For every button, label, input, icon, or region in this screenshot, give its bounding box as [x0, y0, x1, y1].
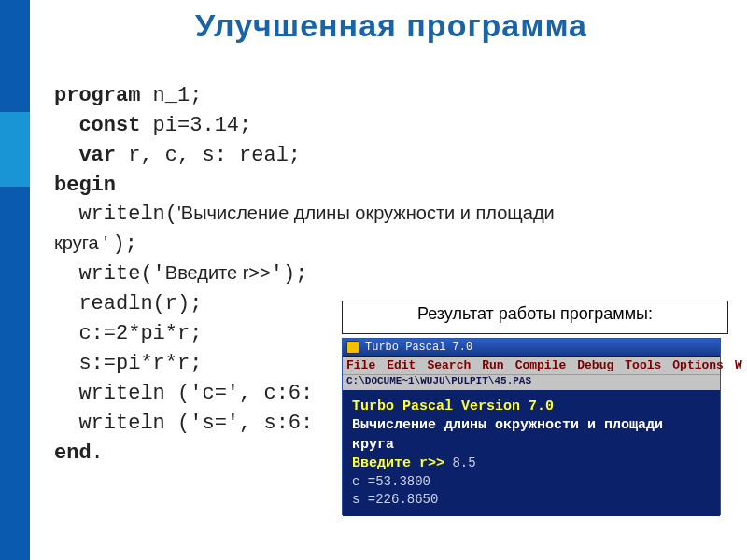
code-text: write(' [78, 262, 164, 286]
app-icon [346, 341, 359, 354]
code-text: '); [271, 262, 308, 286]
code-text: writeln ('c=', c:6: [78, 382, 313, 405]
menu-tools[interactable]: Tools [625, 358, 661, 372]
menu-file[interactable]: File [346, 358, 375, 372]
tp-titlebar: Turbo Pascal 7.0 [343, 339, 720, 357]
tp-output-body: Turbo Pascal Version 7.0 Вычисление длин… [343, 390, 720, 516]
code-text: readln(r); [78, 292, 202, 315]
kw-program: program [54, 84, 140, 107]
code-text: c:=2*pi*r; [78, 322, 202, 345]
code-text: n_1; [140, 84, 202, 107]
string-literal: круга ' [54, 232, 113, 253]
turbo-pascal-window: Turbo Pascal 7.0 File Edit Search Run Co… [342, 338, 721, 515]
code-text: ); [113, 232, 137, 256]
kw-end: end [54, 441, 92, 465]
kw-begin: begin [54, 174, 116, 197]
code-text: . [92, 441, 104, 465]
menu-options[interactable]: Options [672, 358, 724, 372]
string-literal: Введите r>> [165, 262, 271, 283]
code-text: writeln( [78, 203, 177, 226]
tp-file-path: C:\DOCUME~1\WUJU\PULPIT\45.PAS [343, 374, 720, 390]
code-text: s:=pi*r*r; [78, 352, 202, 375]
tp-output-line: s =226.8650 [352, 492, 438, 507]
tp-output-prompt: Введите r>> [352, 455, 444, 471]
string-literal: 'Вычисление длины окружности и площади [177, 203, 555, 223]
kw-var: var [78, 144, 116, 167]
code-text: r, c, s: real; [116, 144, 301, 167]
menu-edit[interactable]: Edit [387, 358, 416, 372]
stripe-segment [0, 0, 30, 112]
tp-output-line: Вычисление длины окружности и площади кр… [352, 417, 663, 452]
menu-debug[interactable]: Debug [577, 358, 613, 372]
tp-output-line: c =53.3800 [352, 474, 430, 489]
menu-window[interactable]: W [735, 358, 742, 372]
menu-run[interactable]: Run [482, 358, 503, 372]
result-label: Результат работы программы: [342, 301, 728, 334]
menu-compile[interactable]: Compile [515, 358, 567, 372]
stripe-segment [0, 187, 30, 560]
tp-menu-bar: File Edit Search Run Compile Debug Tools… [343, 357, 720, 374]
decorative-left-stripe [0, 0, 30, 560]
code-text: pi=3.14; [140, 114, 251, 137]
tp-output-line: Turbo Pascal Version 7.0 [352, 399, 554, 414]
page-title: Улучшенная программа [54, 7, 728, 44]
menu-search[interactable]: Search [427, 358, 471, 372]
kw-const: const [78, 114, 140, 137]
tp-title-text: Turbo Pascal 7.0 [365, 341, 472, 354]
stripe-segment [0, 112, 30, 187]
code-text: writeln ('s=', s:6: [78, 412, 313, 435]
tp-output-input: 8.5 [444, 455, 476, 470]
